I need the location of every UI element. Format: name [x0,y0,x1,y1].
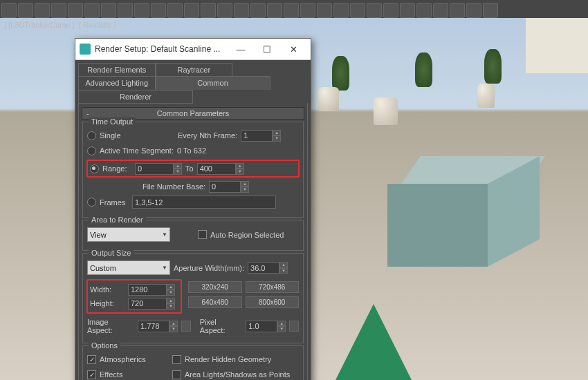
range-radio[interactable] [90,164,99,173]
toolbar-button[interactable] [84,3,100,18]
frames-label: Frames [100,198,129,207]
tab-raytracer[interactable]: Raytracer [156,63,233,76]
tab-renderer[interactable]: Renderer [78,90,193,104]
group-title: Time Output [89,117,136,126]
toolbar-button[interactable] [250,3,266,18]
toolbar-button[interactable] [284,3,299,18]
every-nth-spinner[interactable]: ▲▼ [241,130,281,142]
frames-input[interactable] [132,196,276,209]
single-label: Single [100,131,174,140]
file-number-base-spinner[interactable]: ▲▼ [209,181,249,193]
range-label: Range: [102,164,131,173]
dialog-titlebar[interactable]: Render Setup: Default Scanline ... — ☐ ✕ [75,39,311,60]
tree [332,56,349,91]
preset-640x480[interactable]: 640x480 [188,296,242,308]
toolbar-button[interactable] [35,3,50,18]
width-spinner[interactable]: ▲▼ [128,284,175,296]
toolbar-button[interactable] [317,3,332,18]
toolbar-button[interactable] [350,3,365,18]
aperture-spinner[interactable]: ▲▼ [248,262,288,274]
single-radio[interactable] [87,131,96,140]
toolbar-button[interactable] [433,3,448,18]
bollard [477,84,495,108]
preset-720x486[interactable]: 720x486 [246,281,300,293]
preset-800x600[interactable]: 800x600 [246,296,300,308]
toolbar-button[interactable] [367,3,382,18]
minimize-button[interactable]: — [228,39,254,59]
group-title: Options [89,341,120,350]
auto-region-checkbox[interactable] [198,230,207,239]
building [526,18,588,73]
height-label: Height: [90,299,125,307]
toolbar-button[interactable] [450,3,465,18]
tab-bar: Render Elements Raytracer Advanced Light… [78,63,308,104]
file-number-base-label: File Number Base: [143,182,205,191]
aperture-label: Aperture Width(mm): [174,264,244,272]
render-hidden-checkbox[interactable] [172,355,181,364]
area-select[interactable]: View▼ [87,227,170,242]
render-setup-dialog: Render Setup: Default Scanline ... — ☐ ✕… [75,38,311,380]
toolbar-button[interactable] [333,3,349,18]
toolbar-button[interactable] [383,3,398,18]
toolbar-button[interactable] [118,3,133,18]
lock-icon[interactable] [181,321,191,332]
toolbar-button[interactable] [1,3,17,18]
viewport-label[interactable]: ] [L3DTrackerCame ][ Realistic ] [4,21,120,29]
active-segment-label: Active Time Segment: [100,146,174,155]
tab-advanced-lighting[interactable]: Advanced Lighting [78,76,156,90]
close-button[interactable]: ✕ [280,39,306,59]
toolbar-button[interactable] [400,3,415,18]
toolbar-button[interactable] [201,3,216,18]
dialog-title: Render Setup: Default Scanline ... [95,44,220,54]
area-lights-checkbox[interactable] [172,370,181,379]
atmospherics-checkbox[interactable] [87,355,96,364]
active-segment-radio[interactable] [87,146,96,155]
tab-common[interactable]: Common [156,76,270,90]
maximize-button[interactable]: ☐ [254,39,280,59]
frames-radio[interactable] [87,198,96,207]
height-spinner[interactable]: ▲▼ [128,298,175,310]
preset-320x240[interactable]: 320x240 [188,281,242,293]
toolbar-button[interactable] [416,3,432,18]
toolbar-button[interactable] [300,3,315,18]
time-output-group: Time Output Single Every Nth Frame: ▲▼ A… [82,122,304,218]
toolbar-button[interactable] [51,3,66,18]
pixel-aspect-label: Pixel Aspect: [200,318,243,334]
toolbar-button[interactable] [217,3,232,18]
render-hidden-label: Render Hidden Geometry [185,355,271,363]
toolbar-button[interactable] [151,3,166,18]
toolbar-button[interactable] [134,3,149,18]
pixel-aspect-spinner[interactable]: ▲▼ [246,321,286,332]
tab-render-elements[interactable]: Render Elements [78,63,156,76]
output-size-group: Output Size Custom▼ Aperture Width(mm): … [82,253,304,343]
area-to-render-group: Area to Render View▼ Auto Region Selecte… [82,220,304,251]
output-size-select[interactable]: Custom▼ [87,260,170,275]
toolbar-button[interactable] [18,3,33,18]
toolbar-button[interactable] [68,3,83,18]
range-to-spinner[interactable]: ▲▼ [197,163,244,175]
active-segment-value: 0 To 632 [177,146,206,155]
cube-primitive [387,156,533,267]
toolbar-button[interactable] [483,3,498,18]
toolbar-button[interactable] [234,3,249,18]
image-aspect-spinner[interactable]: ▲▼ [138,321,178,332]
toolbar-button[interactable] [184,3,199,18]
effects-label: Effects [100,370,169,379]
width-label: Width: [90,285,125,294]
range-to-label: To [185,164,194,173]
toolbar-button[interactable] [267,3,282,18]
effects-checkbox[interactable] [87,370,96,379]
tree [484,49,502,84]
toolbar-button[interactable] [101,3,116,18]
toolbar-button[interactable] [466,3,481,18]
range-from-spinner[interactable]: ▲▼ [135,163,182,175]
toolbar-button[interactable] [167,3,183,18]
group-title: Output Size [89,249,134,257]
lock-icon[interactable] [289,321,299,332]
group-title: Area to Render [89,216,146,224]
cone-primitive [325,304,422,380]
auto-region-label: Auto Region Selected [210,231,284,239]
options-group: Options Atmospherics Render Hidden Geome… [82,345,304,380]
every-nth-label: Every Nth Frame: [178,131,237,140]
bollard [374,97,398,125]
